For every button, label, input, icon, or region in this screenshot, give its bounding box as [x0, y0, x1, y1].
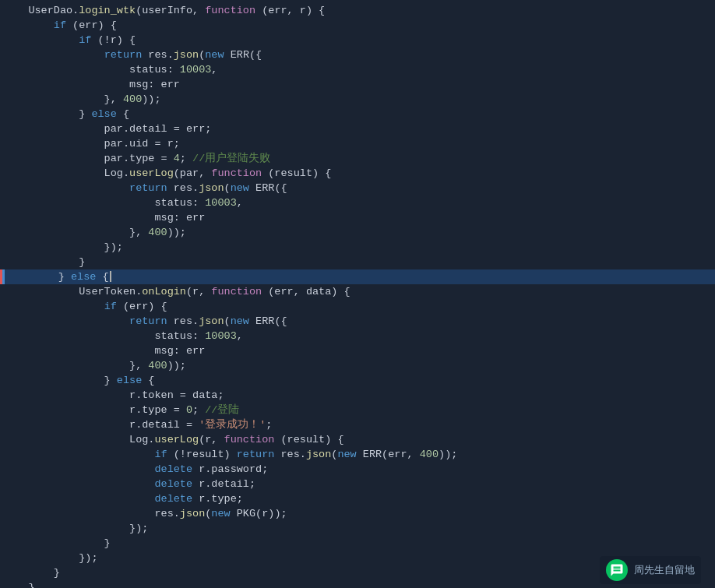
code-line: } else { — [0, 373, 715, 388]
watermark-label: 周先生自留地 — [634, 563, 695, 577]
code-line: status: 10003, — [0, 195, 715, 210]
code-line: }, 400)); — [0, 225, 715, 240]
code-line-highlighted: } else { — [0, 269, 715, 284]
code-line: UserDao.login_wtk(userInfo, function (er… — [0, 3, 715, 18]
watermark-icon — [606, 559, 628, 581]
code-line: r.token = data; — [0, 388, 715, 403]
code-line: msg: err — [0, 343, 715, 358]
code-line: return res.json(new ERR({ — [0, 48, 715, 62]
code-line: Log.userLog(par, function (result) { — [0, 166, 715, 181]
code-line: return res.json(new ERR({ — [0, 181, 715, 195]
watermark: 周先生自留地 — [600, 556, 701, 584]
code-line: msg: err — [0, 77, 715, 92]
code-line: delete r.type; — [0, 491, 715, 506]
code-line: }); — [0, 521, 715, 536]
code-line: par.type = 4; //用户登陆失败 — [0, 151, 715, 166]
code-line: if (!r) { — [0, 33, 715, 48]
code-line: r.detail = '登录成功！'; — [0, 417, 715, 432]
code-line: r.type = 0; //登陆 — [0, 403, 715, 417]
code-line: }); — [0, 240, 715, 255]
code-line: par.uid = r; — [0, 136, 715, 151]
code-editor: UserDao.login_wtk(userInfo, function (er… — [0, 0, 715, 588]
code-line: Log.userLog(r, function (result) { — [0, 432, 715, 447]
code-line: UserToken.onLogin(r, function (err, data… — [0, 284, 715, 299]
code-line: res.json(new PKG(r)); — [0, 506, 715, 521]
code-line: } — [0, 255, 715, 269]
code-line: delete r.detail; — [0, 477, 715, 491]
code-line: if (!result) return res.json(new ERR(err… — [0, 447, 715, 462]
code-line: if (err) { — [0, 18, 715, 33]
code-line: if (err) { — [0, 299, 715, 314]
code-line: }, 400)); — [0, 358, 715, 373]
code-line: status: 10003, — [0, 329, 715, 343]
code-line: par.detail = err; — [0, 121, 715, 136]
code-line: } — [0, 536, 715, 551]
code-line: return res.json(new ERR({ — [0, 314, 715, 329]
code-line: status: 10003, — [0, 62, 715, 77]
code-line: } else { — [0, 107, 715, 121]
code-line: }, 400)); — [0, 92, 715, 107]
code-line: msg: err — [0, 210, 715, 225]
code-line: delete r.password; — [0, 462, 715, 477]
